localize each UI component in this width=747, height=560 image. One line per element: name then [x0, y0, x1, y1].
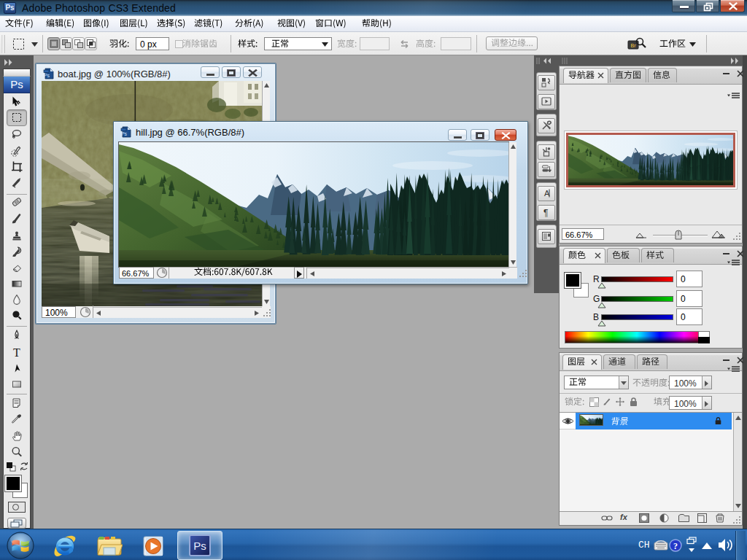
svg-text:?: ? — [673, 541, 678, 551]
svg-text:¶: ¶ — [543, 208, 548, 218]
svg-text:T: T — [13, 346, 20, 359]
svg-text:Ps: Ps — [44, 73, 50, 78]
svg-text:Ps: Ps — [121, 131, 128, 136]
svg-text:Br: Br — [631, 43, 637, 48]
